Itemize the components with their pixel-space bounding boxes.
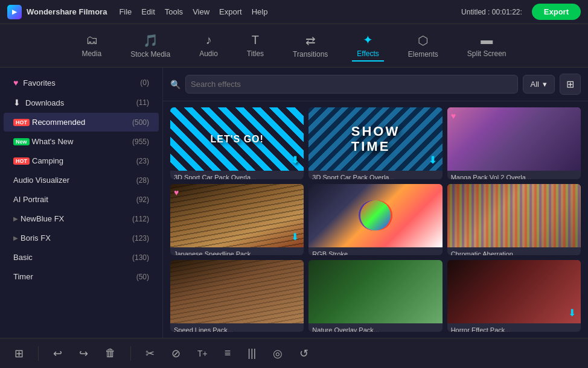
undo-tool[interactable]: ↩ (51, 344, 65, 363)
text-tool[interactable]: T+ (195, 346, 210, 361)
menu-view[interactable]: View (193, 7, 209, 16)
effect-card-rgb[interactable]: RGB Stroke (308, 184, 442, 256)
heart-icon: ♥ (13, 78, 18, 87)
toolbar-effects[interactable]: ✦ Effects (352, 30, 383, 62)
effect-card-row4-2[interactable]: Nature Overlay Pack... (308, 260, 442, 332)
sidebar-item-downloads[interactable]: ⬇ Downloads (11) (4, 93, 159, 112)
toolbar-split-screen[interactable]: ▬ Split Screen (462, 31, 511, 60)
redo-tool[interactable]: ↪ (77, 344, 91, 363)
effect-label-rgb: RGB Stroke (308, 247, 442, 256)
menu-export[interactable]: Export (219, 7, 242, 16)
toolbar-elements[interactable]: ⬡ Elements (403, 31, 443, 61)
download-arrow-row4-3: ⬇ (568, 307, 576, 319)
toolbar-stock-media[interactable]: 🎵 Stock Media (126, 31, 175, 61)
effect-card-japanese[interactable]: ♥ ⬇ Japanese Speedline Pack... (170, 184, 304, 256)
search-bar: 🔍 All ▾ ⊞ (163, 68, 588, 101)
sidebar-item-recommended[interactable]: HOT Recommended (500) (4, 113, 159, 132)
download-arrow-icon: ⬇ (291, 154, 299, 166)
sidebar-whats-new-label: What's New (32, 137, 132, 146)
search-magnifier-icon: 🔍 (170, 80, 181, 89)
audio-tool[interactable]: ||| (245, 344, 258, 362)
expand-icon-newblue: ▶ (13, 215, 18, 222)
sidebar-item-timer[interactable]: Timer (50) (4, 267, 159, 286)
effect-card-sport1[interactable]: LET'S GO! ⬇ 3D Sport Car Pack Overla... (170, 107, 304, 179)
sidebar-item-boris-fx[interactable]: ▶ Boris FX (123) (4, 229, 159, 247)
filter-label: All (531, 80, 539, 89)
effect-label-manga: Manga Pack Vol 2 Overla... (447, 171, 581, 179)
effect-card-chromatic[interactable]: Chromatic Aberration (447, 184, 581, 256)
effect-card-sport2[interactable]: SHOWTIME ⬇ 3D Sport Car Pack Overla... (308, 107, 442, 179)
menu-file[interactable]: File (119, 7, 132, 16)
expand-icon-boris: ▶ (13, 235, 18, 241)
toolbar-transitions[interactable]: ⇄ Transitions (288, 31, 333, 61)
sidebar-item-favorites[interactable]: ♥ Favorites (0) (4, 73, 159, 92)
titles-icon: T (252, 33, 259, 47)
toolbar-divider-2 (130, 346, 131, 361)
speed-tool[interactable]: ↺ (297, 344, 311, 363)
sidebar-camping-count: (23) (136, 157, 149, 165)
hot-badge: HOT (13, 119, 30, 126)
delete-tool[interactable]: 🗑 (103, 344, 118, 362)
toolbar-stock-label: Stock Media (130, 50, 170, 59)
effect-thumbnail-chromatic (447, 184, 581, 247)
grid-toggle-button[interactable]: ⊞ (560, 74, 581, 95)
menu-tools[interactable]: Tools (165, 7, 183, 16)
sidebar-item-newblue-fx[interactable]: ▶ NewBlue FX (112) (4, 209, 159, 228)
effect-thumbnail-rgb (308, 184, 442, 247)
effect-label-chromatic: Chromatic Aberration (447, 247, 581, 256)
chevron-down-icon: ▾ (543, 80, 547, 89)
sidebar-favorites-label: Favorites (23, 78, 140, 87)
cut-tool[interactable]: ✂ (143, 344, 157, 363)
sidebar-downloads-label: Downloads (25, 98, 136, 107)
no-enter-tool[interactable]: ⊘ (169, 344, 183, 363)
main-layout: ♥ Favorites (0) ⬇ Downloads (11) HOT Rec… (0, 68, 588, 338)
sidebar-item-whats-new[interactable]: New What's New (955) (4, 132, 159, 151)
effect-label-sport2: 3D Sport Car Pack Overla... (308, 171, 442, 179)
effect-card-row4-1[interactable]: Speed Lines Pack... (170, 260, 304, 332)
menu-help[interactable]: Help (252, 7, 268, 16)
sidebar-item-camping[interactable]: HOT Camping (23) (4, 151, 159, 170)
hot-badge-camping: HOT (13, 157, 30, 165)
app-logo: ▶ (7, 5, 22, 19)
sidebar-favorites-count: (0) (140, 78, 149, 87)
sidebar-item-basic[interactable]: Basic (130) (4, 248, 159, 267)
effect-card-manga[interactable]: ♥ Manga Pack Vol 2 Overla... (447, 107, 581, 179)
split-view-tool[interactable]: ⊞ (12, 344, 26, 363)
toolbar-media[interactable]: 🗂 Media (77, 31, 106, 60)
toolbar-audio[interactable]: ♪ Audio (194, 31, 223, 60)
search-input[interactable] (185, 75, 518, 94)
toolbar-titles[interactable]: T Titles (242, 31, 269, 60)
toolbar-audio-label: Audio (199, 49, 218, 58)
effects-icon: ✦ (363, 33, 373, 47)
sidebar-recommended-label: Recommended (32, 118, 132, 127)
effect-label-row4-2: Nature Overlay Pack... (308, 323, 442, 332)
project-title: Untitled : 00:01:22: (461, 8, 522, 16)
sidebar-newblue-label: NewBlue FX (21, 214, 132, 223)
effect-label-sport1: 3D Sport Car Pack Overla... (170, 171, 304, 179)
sidebar-item-ai-portrait[interactable]: AI Portrait (92) (4, 190, 159, 209)
sidebar-item-audio-visualizer[interactable]: Audio Visualizer (28) (4, 171, 159, 189)
title-bar: ▶ Wondershare Filmora File Edit Tools Vi… (0, 0, 588, 24)
sidebar-boris-count: (123) (132, 234, 149, 243)
sidebar-basic-label: Basic (13, 253, 132, 262)
split-screen-icon: ▬ (481, 33, 493, 47)
sidebar-camping-label: Camping (32, 156, 136, 165)
bottom-toolbar: ⊞ ↩ ↪ 🗑 ✂ ⊘ T+ ≡ ||| ◎ ↺ (0, 338, 588, 368)
effect-card-row4-3[interactable]: ⬇ Horror Effect Pack... (447, 260, 581, 332)
filter-tool[interactable]: ≡ (222, 344, 234, 362)
effects-grid: LET'S GO! ⬇ 3D Sport Car Pack Overla... … (163, 101, 588, 338)
sidebar-timer-label: Timer (13, 272, 136, 281)
sidebar-av-count: (28) (136, 176, 149, 185)
export-button[interactable]: Export (532, 4, 581, 20)
effect-label-row4-3: Horror Effect Pack... (447, 323, 581, 332)
sidebar: ♥ Favorites (0) ⬇ Downloads (11) HOT Rec… (0, 68, 163, 338)
sidebar-basic-count: (130) (132, 253, 149, 262)
download-icon: ⬇ (13, 98, 21, 107)
record-tool[interactable]: ◎ (270, 344, 285, 363)
toolbar-elements-label: Elements (408, 50, 438, 59)
toolbar-transitions-label: Transitions (293, 50, 328, 59)
favorite-icon-japanese: ♥ (174, 188, 179, 197)
effect-thumbnail-row4-2 (308, 260, 442, 323)
filter-dropdown[interactable]: All ▾ (523, 75, 555, 94)
menu-edit[interactable]: Edit (141, 7, 155, 16)
